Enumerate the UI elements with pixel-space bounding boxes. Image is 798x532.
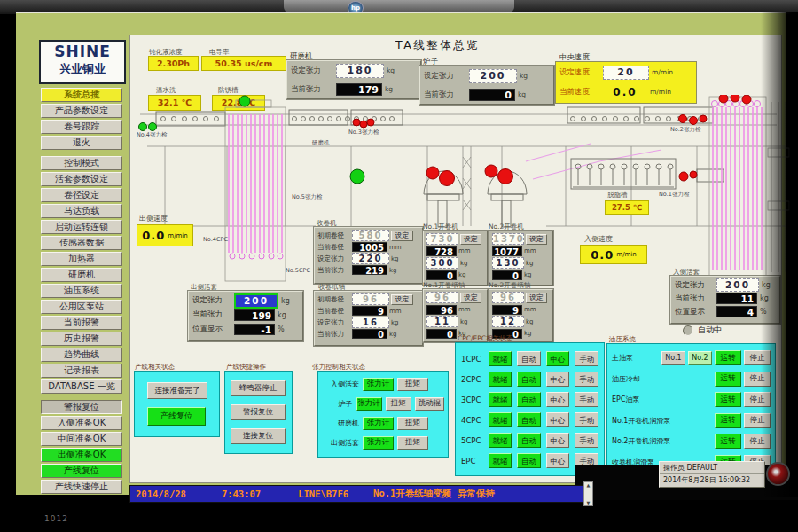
sidebar-item[interactable]: 马达负载 <box>41 204 122 218</box>
sidebar-item[interactable]: 产品参数设定 <box>41 104 122 118</box>
sidebar-item[interactable]: 中间准备OK <box>41 432 122 446</box>
sidebar-item[interactable]: 卷号跟踪 <box>41 120 122 134</box>
cpc-auto-button[interactable]: 自动 <box>517 392 541 407</box>
cpc-center-button[interactable]: 中心 <box>546 412 570 427</box>
cpc-ready-button[interactable]: 就绪 <box>489 412 512 427</box>
gauge-button[interactable]: 张力计 <box>363 417 394 430</box>
cpc-center-button[interactable]: 中心 <box>546 351 570 366</box>
sidebar-item[interactable]: 历史报警 <box>41 332 122 346</box>
torque-button[interactable]: 扭矩 <box>397 378 428 391</box>
sidebar-item[interactable]: 退火 <box>41 136 122 150</box>
cpc-auto-button[interactable]: 自动 <box>517 453 541 468</box>
sidebar-item[interactable]: 记录报表 <box>41 364 122 378</box>
set-tension-value[interactable]: 16 <box>352 317 389 328</box>
initial-diameter-value[interactable]: 96 <box>352 293 389 305</box>
tension-lights-1 <box>679 171 697 181</box>
sidebar-item[interactable]: 加热器 <box>41 252 122 266</box>
cpc-auto-button[interactable]: 自动 <box>517 412 541 427</box>
pump-no1-button[interactable]: No.1 <box>661 351 685 365</box>
cpc-center-button[interactable]: 中心 <box>546 392 570 407</box>
line-reset-button[interactable]: 产线复位 <box>147 407 206 426</box>
set-button[interactable]: 设定 <box>391 294 413 305</box>
grinder-set-value[interactable]: 180 <box>336 64 384 78</box>
furnace-set-value[interactable]: 200 <box>469 69 517 83</box>
torque-button[interactable]: 扭矩 <box>397 436 428 450</box>
sidebar-item[interactable]: 产线快速停止 <box>41 480 122 494</box>
sidebar-item[interactable]: 油压系统 <box>41 284 122 298</box>
initial-diameter-value[interactable]: 96 <box>426 292 458 303</box>
sidebar-item[interactable]: 系统总揽 <box>41 88 122 102</box>
cpc-ready-button[interactable]: 就绪 <box>489 392 512 407</box>
set-tension-value[interactable]: 130 <box>492 257 524 269</box>
sidebar-item[interactable]: 卷径设定 <box>41 188 122 202</box>
gauge-button[interactable]: 张力计 <box>356 397 382 411</box>
cpc-center-button[interactable]: 中心 <box>546 453 570 468</box>
gauge-button[interactable]: 张力计 <box>363 436 394 450</box>
connect-reset-button[interactable]: 连接复位 <box>231 428 286 444</box>
sidebar-item[interactable]: 入侧准备OK <box>41 416 122 430</box>
sidebar-item[interactable]: 警报复位 <box>41 400 122 414</box>
cpc-ready-button[interactable]: 就绪 <box>489 453 512 468</box>
set-tension-value[interactable]: 300 <box>426 257 458 269</box>
cpc-manual-button[interactable]: 手动 <box>575 412 598 427</box>
set-button[interactable]: 设定 <box>460 293 481 303</box>
run-button[interactable]: 运转 <box>715 413 741 428</box>
stop-button[interactable]: 停止 <box>744 372 771 387</box>
sidebar-item[interactable]: DATABASE 一览 <box>41 379 122 394</box>
set-button[interactable]: 设定 <box>526 293 547 303</box>
connect-ready-button[interactable]: 连接准备完了 <box>147 382 207 399</box>
sidebar-item[interactable]: 公用区泵站 <box>41 300 122 314</box>
sidebar-item[interactable]: 出侧准备OK <box>41 448 122 462</box>
cpc-ready-button[interactable]: 就绪 <box>489 372 512 387</box>
sidebar-item[interactable]: 传感器数据 <box>41 236 122 250</box>
cpc-manual-button[interactable]: 手动 <box>575 372 598 387</box>
run-button[interactable]: 运转 <box>715 392 741 407</box>
cpc-center-button[interactable]: 中心 <box>546 372 570 387</box>
entry-looper-set-tension[interactable]: 200 <box>716 278 759 292</box>
cpc-auto-button[interactable]: 自动 <box>517 372 541 387</box>
set-button[interactable]: 设定 <box>526 234 547 245</box>
sidebar-item[interactable]: 研磨机 <box>41 268 122 282</box>
pump-no2-button[interactable]: No.2 <box>688 351 712 365</box>
initial-diameter-value[interactable]: 730 <box>426 233 458 245</box>
run-button[interactable]: 运转 <box>715 372 741 387</box>
set-tension-value[interactable]: 11 <box>426 316 458 327</box>
set-tension-value[interactable]: 12 <box>492 316 524 327</box>
status-bar-scrollbar[interactable]: ▲▼ <box>583 481 593 506</box>
cpc-manual-button[interactable]: 手动 <box>575 351 598 366</box>
stop-button[interactable]: 停止 <box>744 350 771 365</box>
sidebar-item[interactable]: 当前报警 <box>41 316 122 330</box>
torque-button[interactable]: 扭矩 <box>386 397 411 411</box>
stop-button[interactable]: 停止 <box>744 434 771 449</box>
buzzer-stop-button[interactable]: 蜂鸣器停止 <box>231 380 286 396</box>
stop-button[interactable]: 停止 <box>744 413 771 428</box>
exit-looper-set-tension[interactable]: 200 <box>234 293 278 309</box>
run-button[interactable]: 运转 <box>715 434 741 449</box>
sidebar-item[interactable]: 趋势曲线 <box>41 348 122 362</box>
torque-button[interactable]: 扭矩 <box>397 417 428 430</box>
sidebar-item[interactable]: 启动运转连锁 <box>41 220 122 234</box>
initial-diameter-value[interactable]: 580 <box>352 230 389 241</box>
cpc-manual-button[interactable]: 手动 <box>575 392 598 407</box>
dancer-button[interactable]: 跳动辊 <box>415 397 444 411</box>
cpc-manual-button[interactable]: 手动 <box>575 433 598 448</box>
cpc-ready-button[interactable]: 就绪 <box>489 351 512 366</box>
set-button[interactable]: 设定 <box>391 231 413 241</box>
cpc-auto-button[interactable]: 自动 <box>517 351 541 366</box>
cpc-auto-button[interactable]: 自动 <box>517 433 541 448</box>
initial-diameter-value[interactable]: 96 <box>492 292 524 303</box>
set-tension-value[interactable]: 220 <box>352 253 389 264</box>
auto-radio-icon[interactable] <box>683 325 693 336</box>
alarm-reset-button[interactable]: 警报复位 <box>231 404 286 420</box>
initial-diameter-value[interactable]: 1370 <box>492 233 524 245</box>
gauge-button[interactable]: 张力计 <box>363 378 394 391</box>
run-button[interactable]: 运转 <box>715 350 741 365</box>
stop-button[interactable]: 停止 <box>744 392 771 407</box>
center-speed-set-value[interactable]: 20 <box>603 66 649 80</box>
sidebar-item[interactable]: 产线复位 <box>41 464 122 478</box>
sidebar-item[interactable]: 活套参数设定 <box>41 172 122 186</box>
sidebar-item[interactable]: 控制模式 <box>41 156 122 170</box>
cpc-center-button[interactable]: 中心 <box>546 433 570 448</box>
cpc-ready-button[interactable]: 就绪 <box>489 433 512 448</box>
set-button[interactable]: 设定 <box>460 234 481 245</box>
